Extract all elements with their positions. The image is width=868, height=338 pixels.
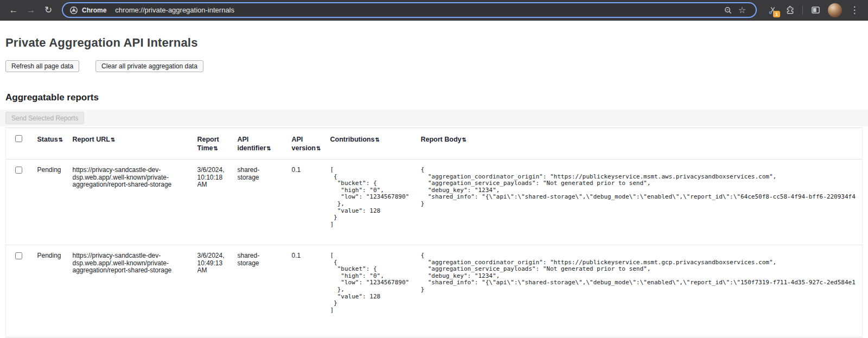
contributions-cell: [ { "bucket": { "high": "0", "low": "123… [330,160,421,245]
contributions-json: [ { "bucket": { "high": "0", "low": "123… [330,252,417,314]
header-api-identifier[interactable]: API identifier⇅ [238,128,292,160]
reports-table: Status⇅ Report URL⇅ Report Time⇅ API ide… [5,127,863,337]
row-checkbox[interactable] [15,167,22,174]
forward-icon[interactable]: → [23,2,39,18]
status-cell: Pending [37,245,73,337]
header-report-body[interactable]: Report Body⇅ [421,128,863,160]
report-url-cell: https://privacy-sandcastle-dev-dsp.web.a… [73,245,197,337]
url-text[interactable]: chrome://private-aggregation-internals [115,6,721,14]
page-actions: Refresh all page data Clear all private … [5,60,868,72]
contributions-json: [ { "bucket": { "high": "0", "low": "123… [330,167,417,228]
table-header-row: Status⇅ Report URL⇅ Report Time⇅ API ide… [6,128,863,160]
header-report-url[interactable]: Report URL⇅ [73,128,197,160]
toolbar-divider [802,6,803,15]
header-report-body-label: Report Body [421,136,462,143]
chrome-logo-icon [69,6,78,15]
side-panel-icon[interactable] [807,2,824,18]
report-url-cell: https://privacy-sandcastle-dev-dsp.web.a… [73,160,197,245]
header-api-identifier-label: API identifier [238,136,266,152]
report-body-cell: { "aggregation_coordinator_origin": "htt… [421,245,863,337]
header-api-version-label: API version [292,136,316,152]
scissors-extension-icon[interactable]: 1 [764,2,781,18]
select-all-checkbox[interactable] [15,135,22,142]
report-body-json: { "aggregation_coordinator_origin": "htt… [421,252,858,294]
reload-icon[interactable]: ↻ [40,2,56,18]
sort-icon: ⇅ [111,137,115,143]
extension-badge: 1 [773,11,780,17]
refresh-all-button[interactable]: Refresh all page data [5,60,79,72]
report-row: Pending https://privacy-sandcastle-dev-d… [6,245,863,337]
reports-table-toolbar: Send Selected Reports [0,110,868,126]
sort-icon: ⇅ [213,145,218,151]
report-body-cell: { "aggregation_coordinator_origin": "htt… [421,160,863,245]
contributions-cell: [ { "bucket": { "high": "0", "low": "123… [330,245,421,337]
api-identifier-cell: shared-storage [238,245,292,337]
api-identifier-cell: shared-storage [238,160,292,245]
zoom-icon[interactable] [721,3,735,17]
report-body-json: { "aggregation_coordinator_origin": "htt… [421,167,858,208]
api-version-cell: 0.1 [292,245,330,337]
sort-icon: ⇅ [266,145,271,151]
page-title: Private Aggregation API Internals [5,36,868,50]
sort-icon: ⇅ [462,137,467,143]
header-report-url-label: Report URL [73,136,110,143]
browser-toolbar: ← → ↻ Chrome chrome://private-aggregatio… [0,0,868,21]
row-checkbox[interactable] [15,252,22,259]
report-row: Pending https://privacy-sandcastle-dev-d… [6,160,863,245]
url-scheme-chip: Chrome [82,7,106,14]
back-icon[interactable]: ← [5,2,22,18]
api-version-cell: 0.1 [292,160,330,245]
header-contributions-label: Contributions [330,136,375,143]
sort-icon: ⇅ [375,137,379,143]
profile-avatar[interactable] [828,3,842,17]
clear-all-button[interactable]: Clear all private aggregation data [95,60,203,72]
header-contributions[interactable]: Contributions⇅ [330,128,421,160]
status-cell: Pending [37,160,73,245]
address-bar[interactable]: Chrome chrome://private-aggregation-inte… [62,2,757,18]
header-status[interactable]: Status⇅ [37,128,73,160]
sort-icon: ⇅ [59,137,63,143]
aggregatable-reports-heading: Aggregatable reports [5,92,868,103]
menu-kebab-icon[interactable]: ⋮ [846,2,863,18]
header-report-time[interactable]: Report Time⇅ [197,128,238,160]
extensions-puzzle-icon[interactable] [782,2,798,18]
report-time-cell: 3/6/2024, 10:10:18 AM [197,160,238,245]
sort-icon: ⇅ [316,145,321,151]
page-content: Private Aggregation API Internals Refres… [0,36,868,337]
report-time-cell: 3/6/2024, 10:49:13 AM [197,245,238,337]
header-status-label: Status [37,136,58,143]
bookmark-star-icon[interactable]: ☆ [735,3,749,17]
send-selected-reports-button[interactable]: Send Selected Reports [5,112,84,124]
header-api-version[interactable]: API version⇅ [292,128,330,160]
